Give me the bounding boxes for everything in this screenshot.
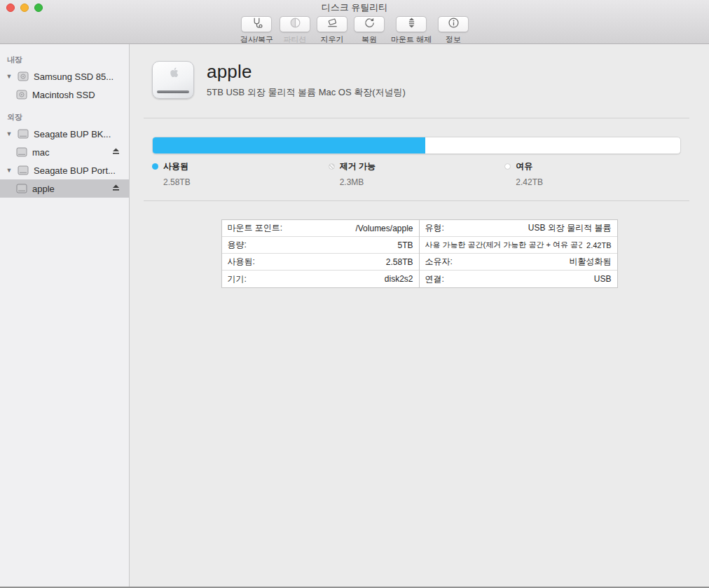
sidebar: 내장 ▼ Samsung SSD 85... Macintosh SSD 외장 … <box>0 44 130 587</box>
toolbar-item-erase: 지우기 <box>317 16 347 45</box>
legend-label: 여유 <box>516 160 532 172</box>
partition-pie-icon <box>289 16 302 32</box>
info-value: 5TB <box>397 240 413 250</box>
main-content: apple 5TB USB 외장 물리적 볼륨 Mac OS 확장(저널링) 사… <box>130 44 709 587</box>
disclosure-triangle-icon[interactable]: ▼ <box>6 167 13 174</box>
info-icon <box>447 16 460 32</box>
unmount-label: 마운트 해제 <box>391 34 432 45</box>
external-disk-icon <box>17 164 29 177</box>
info-value: disk2s2 <box>385 274 413 284</box>
toolbar: 검사/복구 파티션 지우기 <box>0 16 709 45</box>
info-label: 사용 가능한 공간(제거 가능한 공간 + 여유 공간): <box>425 240 583 250</box>
volume-title: apple <box>207 61 406 83</box>
external-disk-icon <box>17 128 29 140</box>
disclosure-triangle-icon[interactable]: ▼ <box>6 73 13 80</box>
external-disk-icon <box>15 182 28 195</box>
erase-button[interactable] <box>317 16 347 32</box>
volume-subtitle: 5TB USB 외장 물리적 볼륨 Mac OS 확장(저널링) <box>207 86 406 99</box>
free-swatch-icon <box>504 163 511 170</box>
restore-label: 복원 <box>362 34 377 45</box>
info-row-capacity: 용량: 5TB <box>222 237 419 254</box>
sidebar-item-label: apple <box>32 184 55 194</box>
usage-bar-used-segment <box>153 137 425 153</box>
toolbar-item-unmount: 마운트 해제 <box>391 16 432 45</box>
drive-slot <box>157 90 189 93</box>
info-row-device: 기기: disk2s2 <box>222 271 419 287</box>
eject-icon[interactable] <box>111 147 121 156</box>
window-title: 디스크 유틸리티 <box>0 0 709 15</box>
legend-item-purgeable: 제거 가능 2.3MB <box>329 160 505 187</box>
info-value: 비활성화됨 <box>570 256 612 268</box>
legend-value: 2.42TB <box>516 177 681 187</box>
legend-item-used: 사용됨 2.58TB <box>152 160 329 187</box>
usage-section: 사용됨 2.58TB 제거 가능 2.3MB <box>152 137 681 187</box>
used-swatch-icon <box>152 163 158 170</box>
info-row-owner: 소유자: 비활성화됨 <box>420 254 617 271</box>
unmount-eject-icon <box>405 16 418 32</box>
titlebar[interactable]: 디스크 유틸리티 <box>0 0 709 15</box>
sidebar-item-macintosh-ssd[interactable]: Macintosh SSD <box>0 86 129 104</box>
sidebar-item-seagate-bup-port[interactable]: ▼ Seagate BUP Port... <box>0 161 129 179</box>
legend-label: 제거 가능 <box>340 160 376 172</box>
info-row-mount-point: 마운트 포인트: /Volumes/apple <box>222 220 419 237</box>
minimize-button[interactable] <box>20 4 29 12</box>
internal-disk-icon <box>17 70 29 83</box>
sidebar-item-label: Seagate BUP BK... <box>34 129 111 139</box>
volume-header: apple 5TB USB 외장 물리적 볼륨 Mac OS 확장(저널링) <box>152 61 709 99</box>
disk-utility-window: 디스크 유틸리티 검사/복구 파티션 <box>0 0 709 588</box>
restore-arrow-icon <box>363 16 376 32</box>
separator <box>144 118 689 118</box>
sidebar-item-label: Macintosh SSD <box>32 90 95 100</box>
sidebar-section-external: 외장 <box>0 109 129 125</box>
legend-label: 사용됨 <box>163 160 188 172</box>
unmount-button[interactable] <box>396 16 427 32</box>
info-value: USB <box>594 274 612 284</box>
sidebar-item-seagate-bup-bk[interactable]: ▼ Seagate BUP BK... <box>0 125 129 143</box>
erase-icon <box>326 16 339 32</box>
info-value: /Volumes/apple <box>355 224 413 233</box>
legend-value: 2.58TB <box>163 177 329 187</box>
usage-bar <box>152 137 681 154</box>
info-row-type: 유형: USB 외장 물리적 볼륨 <box>420 220 617 237</box>
separator <box>144 200 689 201</box>
info-row-used: 사용됨: 2.58TB <box>222 254 419 271</box>
partition-label: 파티션 <box>284 34 307 45</box>
internal-disk-icon <box>15 88 28 101</box>
volume-info-table: 마운트 포인트: /Volumes/apple 용량: 5TB 사용됨: 2.5… <box>221 219 618 288</box>
sidebar-item-label: Seagate BUP Port... <box>34 165 116 176</box>
sidebar-item-mac[interactable]: mac <box>0 143 129 161</box>
info-value: 2.58TB <box>386 257 413 267</box>
apple-logo-icon <box>168 67 179 82</box>
external-drive-icon <box>152 61 194 99</box>
sidebar-item-samsung-ssd[interactable]: ▼ Samsung SSD 85... <box>0 67 129 86</box>
info-label: 연결: <box>425 273 444 285</box>
info-label: 사용됨: <box>228 256 255 268</box>
info-label: 소유자: <box>425 256 453 268</box>
info-label: 정보 <box>446 34 461 45</box>
partition-button[interactable] <box>280 16 310 32</box>
first-aid-stethoscope-icon <box>250 16 263 32</box>
zoom-button[interactable] <box>34 4 43 12</box>
legend-item-free: 여유 2.42TB <box>504 160 681 187</box>
legend-value: 2.3MB <box>340 177 505 187</box>
info-value: USB 외장 물리적 볼륨 <box>528 222 612 234</box>
first-aid-label: 검사/복구 <box>240 34 273 45</box>
eject-icon[interactable] <box>111 184 121 193</box>
sidebar-item-apple[interactable]: apple <box>0 179 129 198</box>
info-button[interactable] <box>438 16 469 32</box>
toolbar-item-restore: 복원 <box>354 16 385 45</box>
first-aid-button[interactable] <box>241 16 272 32</box>
info-label: 마운트 포인트: <box>228 222 283 234</box>
usage-legend: 사용됨 2.58TB 제거 가능 2.3MB <box>152 160 681 187</box>
toolbar-item-partition: 파티션 <box>280 16 310 45</box>
info-row-connection: 연결: USB <box>420 271 617 287</box>
sidebar-item-label: mac <box>32 147 50 158</box>
close-button[interactable] <box>6 4 15 12</box>
restore-button[interactable] <box>354 16 385 32</box>
sidebar-section-internal: 내장 <box>0 52 129 67</box>
info-row-available: 사용 가능한 공간(제거 가능한 공간 + 여유 공간): 2.42TB <box>420 237 617 254</box>
external-disk-icon <box>15 146 28 158</box>
info-label: 용량: <box>228 239 247 251</box>
disclosure-triangle-icon[interactable]: ▼ <box>6 130 13 137</box>
erase-label: 지우기 <box>321 34 344 45</box>
